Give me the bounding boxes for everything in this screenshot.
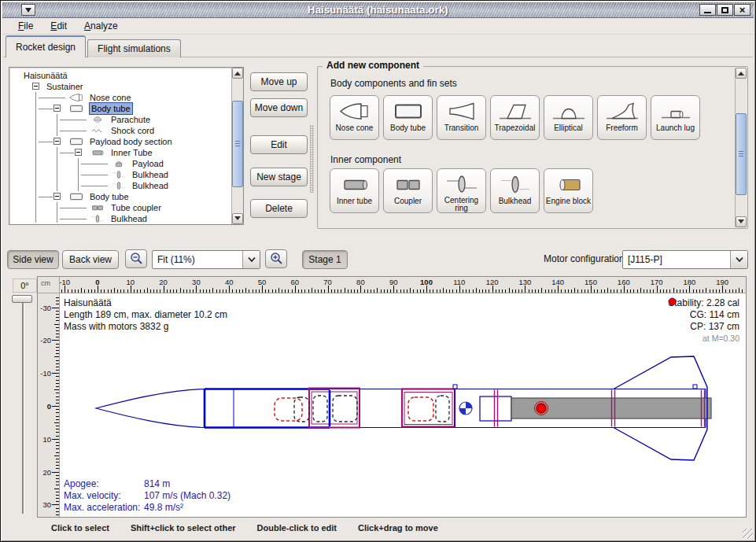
maximize-button[interactable] [717, 4, 733, 16]
side-view-button[interactable]: Side view [7, 250, 59, 269]
motor-configuration-select[interactable]: [J115-P] [622, 250, 748, 269]
add-coupler-button[interactable]: Coupler [383, 168, 433, 213]
ruler-tick [604, 289, 605, 293]
tree-scroll-down-button[interactable] [232, 213, 243, 224]
ruler-tick [384, 289, 385, 293]
add-trapezoidal-button[interactable]: Trapezoidal [490, 95, 540, 140]
tree-connector [60, 120, 87, 120]
add-freeform-button[interactable]: Freeform [597, 95, 647, 140]
tree-item-tube-coupler[interactable]: Tube coupler [11, 202, 230, 213]
tree-item-payload-body-section[interactable]: Payload body section [11, 136, 230, 147]
tree-collapse-toggle[interactable] [53, 193, 61, 200]
ruler-tick [285, 289, 286, 293]
tree-collapse-toggle[interactable] [32, 83, 39, 90]
rocket-name: Haisunäätä [64, 297, 227, 309]
ruler-tick [555, 289, 555, 293]
new-stage-button[interactable]: New stage [250, 168, 308, 186]
tree-item-body-tube[interactable]: Body tube [11, 191, 230, 202]
add-launch-lug-button[interactable]: Launch lug [651, 95, 700, 140]
add-elliptical-button[interactable]: Elliptical [544, 95, 593, 140]
rotation-slider-handle[interactable] [12, 295, 32, 303]
component-scroll-down-button[interactable] [736, 216, 747, 227]
menu-file[interactable]: File [11, 19, 40, 33]
move-down-button[interactable]: Move down [250, 98, 308, 117]
tree-item-sustainer[interactable]: Sustainer [11, 81, 230, 92]
ruler-tick [430, 289, 430, 293]
flight-value: 49.8 m/s² [144, 502, 183, 514]
ruler-label: -10 [60, 278, 76, 286]
rotation-slider-track[interactable] [22, 301, 24, 514]
ruler-tick [203, 289, 204, 293]
ruler-tick [216, 289, 217, 293]
ruler-label: 50 [251, 278, 273, 286]
ruler-tick [54, 356, 59, 357]
ruler-tick [78, 289, 79, 293]
tree-scrollbar[interactable] [231, 68, 243, 224]
component-tree: HaisunäätäSustainerNose coneBody tubePar… [11, 70, 230, 223]
add-engine-block-button[interactable]: Engine block [544, 168, 593, 213]
ruler-tick [167, 289, 168, 293]
ruler-tick [98, 286, 98, 293]
flight-max-acceleration: Max. acceleration:49.8 m/s² [64, 502, 230, 514]
minimize-button[interactable] [699, 4, 716, 16]
tree-item-shock-cord[interactable]: Shock cord [11, 125, 230, 136]
delete-button[interactable]: Delete [250, 199, 308, 218]
menu-edit[interactable]: Edit [43, 19, 74, 33]
ruler-tick [473, 289, 474, 293]
ruler-tick [522, 289, 522, 293]
tree-item-bulkhead[interactable]: Bulkhead [11, 169, 230, 180]
ruler-label: 190 [711, 278, 733, 286]
move-up-button[interactable]: Move up [250, 72, 308, 91]
close-button[interactable]: × [734, 4, 750, 16]
ruler-tick [644, 289, 644, 293]
tree-item-parachute[interactable]: Parachute [11, 114, 230, 125]
ruler-tick [630, 289, 631, 293]
menu-analyze[interactable]: Analyze [77, 19, 125, 33]
ruler-tick [144, 289, 145, 293]
add-inner-tube-button[interactable]: Inner tube [330, 168, 379, 213]
ruler-tick [56, 475, 59, 476]
tree-item-bulkhead[interactable]: Bulkhead [11, 213, 230, 223]
stage-1-toggle[interactable]: Stage 1 [302, 250, 348, 269]
ruler-tick [256, 289, 256, 293]
tree-item-nose-cone[interactable]: Nose cone [11, 92, 230, 103]
ruler-tick [54, 455, 59, 456]
tree-collapse-toggle[interactable] [53, 138, 61, 145]
title-bar[interactable]: Haisunäätä (haisunaata.ork) × [2, 2, 754, 18]
ruler-tick [456, 289, 457, 293]
splitter-grip[interactable] [310, 125, 314, 193]
tree-item-body-tube[interactable]: Body tube [11, 103, 230, 114]
tree-item-bulkhead[interactable]: Bulkhead [11, 180, 230, 191]
edit-button[interactable]: Edit [250, 135, 308, 154]
add-body-tube-button[interactable]: Body tube [383, 95, 433, 140]
tree-collapse-toggle[interactable] [53, 105, 61, 112]
tree-connector [39, 109, 53, 109]
add-nose-cone-button[interactable]: Nose cone [330, 95, 379, 140]
ruler-tick [268, 289, 269, 293]
minus-icon [55, 141, 59, 142]
rocket-figure-canvas[interactable]: Haisunäätä Length 189 cm, max. diameter … [60, 293, 746, 517]
add-transition-button[interactable]: Transition [437, 95, 486, 140]
resize-grip[interactable] [743, 529, 753, 539]
tree-item-inner-tube[interactable]: Inner Tube [11, 147, 230, 158]
tab-rocket-design[interactable]: Rocket design [6, 35, 86, 57]
ruler-tick [232, 289, 233, 293]
tree-collapse-toggle[interactable] [75, 149, 82, 156]
tree-scrollbar-thumb[interactable] [232, 101, 243, 187]
tree-item-haisun-t[interactable]: Haisunäätä [11, 70, 230, 81]
zoom-select[interactable]: Fit (11%) [152, 250, 260, 269]
hint-click-drag-to-move: Click+drag to move [358, 523, 438, 533]
back-view-button[interactable]: Back view [62, 250, 119, 269]
add-centering-ring-button[interactable]: Centering ring [437, 168, 486, 213]
tree-item-label: Sustainer [46, 81, 83, 92]
tree-item-payload[interactable]: Payload [11, 158, 230, 169]
component-scroll-up-button[interactable] [736, 68, 747, 79]
tab-flight-simulations[interactable]: Flight simulations [87, 39, 181, 57]
ruler-tick [449, 289, 450, 293]
zoom-in-button[interactable] [265, 249, 287, 268]
component-panel-scrollbar[interactable] [735, 68, 747, 227]
tree-scroll-up-button[interactable] [232, 68, 243, 79]
component-scrollbar-thumb[interactable] [736, 113, 747, 195]
zoom-out-button[interactable] [125, 249, 147, 268]
add-bulkhead-button[interactable]: Bulkhead [490, 168, 540, 213]
